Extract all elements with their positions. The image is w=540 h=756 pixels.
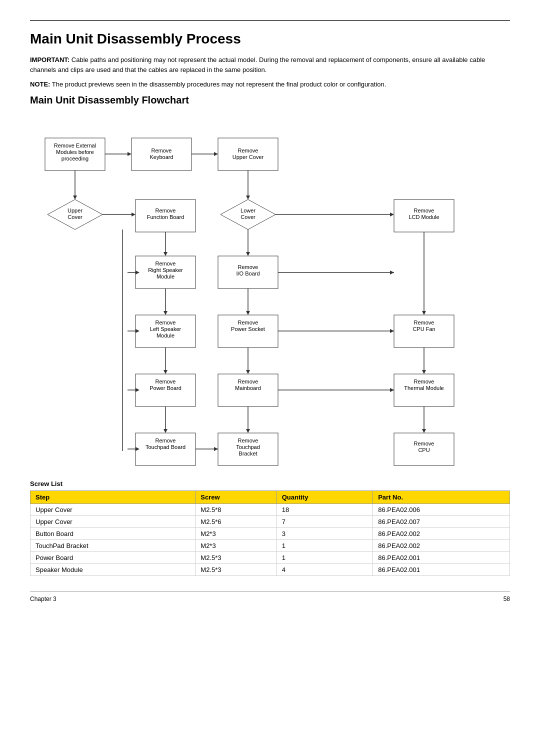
svg-text:Remove: Remove — [238, 378, 258, 384]
svg-marker-74 — [422, 370, 426, 374]
footer-left: Chapter 3 — [30, 596, 56, 602]
svg-marker-22 — [132, 212, 136, 216]
svg-text:LCD Module: LCD Module — [408, 214, 439, 220]
flowchart: Remove External Modules before proceedin… — [30, 118, 510, 468]
svg-text:I/O Board: I/O Board — [236, 270, 260, 276]
svg-marker-72 — [164, 370, 168, 374]
table-cell-step: Upper Cover — [30, 516, 196, 528]
table-cell-screw: M2*3 — [196, 528, 276, 540]
svg-marker-32 — [164, 252, 168, 256]
table-cell-part_no: 86.PEA02.001 — [373, 552, 510, 564]
svg-marker-68 — [390, 329, 394, 333]
table-cell-screw: M2.5*3 — [196, 552, 276, 564]
svg-text:Lower: Lower — [240, 208, 256, 214]
col-part-no: Part No. — [373, 490, 510, 504]
table-cell-screw: M2.5*8 — [196, 504, 276, 516]
table-row: Speaker ModuleM2.5*3486.PEA02.001 — [30, 564, 510, 576]
svg-marker-50 — [390, 270, 394, 274]
flowchart-title: Main Unit Disassembly Flowchart — [30, 94, 510, 106]
svg-text:Remove: Remove — [414, 320, 434, 326]
svg-text:Remove: Remove — [156, 260, 176, 266]
svg-marker-89 — [164, 429, 168, 433]
screw-list-title: Screw List — [30, 480, 510, 488]
svg-text:Function Board: Function Board — [147, 214, 184, 220]
important-text: Cable paths and positioning may not repr… — [30, 56, 485, 74]
svg-marker-5 — [128, 152, 132, 156]
svg-marker-15 — [73, 196, 77, 200]
svg-text:Remove: Remove — [414, 440, 434, 446]
svg-marker-48 — [246, 311, 250, 315]
table-cell-step: Button Board — [30, 528, 196, 540]
svg-text:Remove: Remove — [238, 148, 258, 154]
svg-text:Remove: Remove — [238, 264, 258, 270]
svg-text:Cover: Cover — [240, 214, 256, 220]
svg-text:Remove: Remove — [156, 208, 176, 214]
svg-marker-10 — [214, 152, 218, 156]
table-cell-step: Speaker Module — [30, 564, 196, 576]
table-row: TouchPad BracketM2*3186.PEA02.002 — [30, 540, 510, 552]
table-cell-screw: M2.5*6 — [196, 516, 276, 528]
svg-text:Remove: Remove — [238, 320, 258, 326]
table-row: Button BoardM2*3386.PEA02.002 — [30, 528, 510, 540]
table-cell-step: Power Board — [30, 552, 196, 564]
svg-text:Thermal Module: Thermal Module — [404, 385, 444, 391]
table-cell-quantity: 18 — [276, 504, 373, 516]
table-cell-quantity: 7 — [276, 516, 373, 528]
table-cell-part_no: 86.PEA02.006 — [373, 504, 510, 516]
col-quantity: Quantity — [276, 490, 373, 504]
table-cell-quantity: 1 — [276, 540, 373, 552]
table-cell-part_no: 86.PEA02.002 — [373, 540, 510, 552]
page-footer: Chapter 3 58 — [30, 591, 510, 602]
svg-marker-17 — [246, 196, 250, 200]
table-cell-screw: M2*3 — [196, 540, 276, 552]
svg-marker-34 — [390, 212, 394, 216]
svg-text:Remove: Remove — [156, 378, 176, 384]
svg-text:Left Speaker: Left Speaker — [150, 326, 182, 332]
page-title: Main Unit Disassembly Process — [30, 31, 510, 47]
table-cell-part_no: 86.PEA02.002 — [373, 528, 510, 540]
svg-text:Cover: Cover — [68, 214, 82, 220]
svg-text:Keyboard: Keyboard — [150, 154, 173, 160]
svg-text:Upper Cover: Upper Cover — [232, 154, 264, 160]
svg-text:Touchpad: Touchpad — [236, 444, 260, 450]
top-border — [30, 20, 510, 21]
svg-text:Power Board: Power Board — [150, 385, 182, 391]
table-row: Upper CoverM2.5*81886.PEA02.006 — [30, 504, 510, 516]
footer-right: 58 — [504, 596, 510, 602]
svg-text:Remove: Remove — [156, 320, 176, 326]
svg-text:Right Speaker: Right Speaker — [148, 267, 183, 273]
svg-text:Upper: Upper — [68, 208, 82, 214]
svg-text:Modules before: Modules before — [56, 149, 94, 155]
table-cell-quantity: 1 — [276, 552, 373, 564]
svg-marker-30 — [246, 252, 250, 256]
note-paragraph: NOTE: The product previews seen in the d… — [30, 80, 510, 90]
table-cell-step: TouchPad Bracket — [30, 540, 196, 552]
svg-text:Module: Module — [156, 274, 174, 280]
table-cell-screw: M2.5*3 — [196, 564, 276, 576]
svg-text:Remove: Remove — [156, 438, 176, 444]
svg-marker-70 — [246, 370, 250, 374]
svg-marker-52 — [164, 311, 168, 315]
svg-text:proceeding: proceeding — [62, 156, 88, 162]
table-cell-quantity: 4 — [276, 564, 373, 576]
important-paragraph: IMPORTANT: Cable paths and positioning m… — [30, 55, 510, 74]
svg-text:Remove External: Remove External — [54, 142, 96, 148]
svg-text:Power Socket: Power Socket — [231, 326, 265, 332]
table-cell-step: Upper Cover — [30, 504, 196, 516]
col-screw: Screw — [196, 490, 276, 504]
svg-text:Touchpad Board: Touchpad Board — [146, 444, 186, 450]
svg-marker-100 — [214, 447, 218, 451]
svg-text:Mainboard: Mainboard — [235, 385, 261, 391]
svg-text:Module: Module — [156, 332, 174, 338]
svg-text:CPU: CPU — [418, 447, 430, 453]
svg-text:Remove: Remove — [414, 378, 434, 384]
svg-marker-93 — [422, 429, 426, 433]
svg-text:Bracket: Bracket — [238, 450, 257, 456]
table-row: Upper CoverM2.5*6786.PEA02.007 — [30, 516, 510, 528]
svg-marker-91 — [246, 429, 250, 433]
svg-marker-54 — [422, 311, 426, 315]
table-cell-part_no: 86.PEA02.001 — [373, 564, 510, 576]
col-step: Step — [30, 490, 196, 504]
table-cell-part_no: 86.PEA02.007 — [373, 516, 510, 528]
screw-table: Step Screw Quantity Part No. Upper Cover… — [30, 490, 510, 576]
